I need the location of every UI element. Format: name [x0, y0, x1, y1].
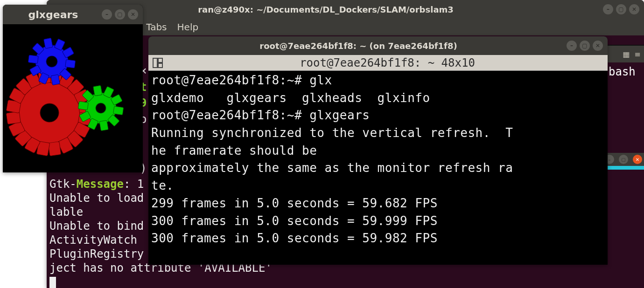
minimize-button[interactable]: –	[603, 4, 613, 14]
maximize-button[interactable]: ▢	[580, 41, 590, 51]
menu-tabs[interactable]: Tabs	[146, 21, 167, 33]
glxgears-title: glxgears	[7, 9, 99, 21]
close-button[interactable]: ✕	[593, 41, 603, 51]
menu-help[interactable]: Help	[177, 21, 199, 33]
maximize-button[interactable]: ▢	[115, 9, 125, 20]
close-button[interactable]: ✕	[629, 4, 639, 14]
minimize-button[interactable]: –	[102, 9, 112, 20]
glxgears-window: glxgears – ▢ ✕	[3, 5, 143, 172]
panel-maximize-button[interactable]: ▢	[619, 155, 628, 164]
right-side-panel: ▦ ≡ bash – ▢ ✕	[607, 45, 644, 166]
svg-rect-2	[158, 63, 162, 68]
list-icon[interactable]: ≡	[633, 49, 642, 59]
foreground-terminal-body[interactable]: root@7eae264bf1f8:~# glx glxdemo glxgear…	[148, 71, 608, 248]
foreground-window-titlebar[interactable]: root@7eae264bf1f8: ~ (on 7eae264bf1f8) –…	[148, 36, 608, 55]
svg-rect-0	[153, 58, 157, 68]
svg-rect-1	[158, 58, 162, 62]
split-pane-icon[interactable]	[151, 56, 164, 69]
foreground-terminal-window: root@7eae264bf1f8: ~ (on 7eae264bf1f8) –…	[148, 36, 608, 265]
maximize-button[interactable]: ▢	[616, 4, 626, 14]
close-button[interactable]: ✕	[128, 9, 138, 20]
grid-icon[interactable]: ▦	[622, 49, 631, 59]
terminal-tab-bar[interactable]: root@7eae264bf1f8: ~ 48x10	[148, 55, 608, 71]
minimize-button[interactable]: –	[567, 41, 577, 51]
terminal-tab-title: root@7eae264bf1f8: ~ 48x10	[167, 56, 608, 69]
right-panel-tab-label[interactable]: bash	[607, 62, 644, 81]
right-panel-active-strip	[607, 166, 644, 170]
panel-close-button[interactable]: ✕	[633, 155, 642, 164]
foreground-window-title: root@7eae264bf1f8: ~ (on 7eae264bf1f8)	[153, 41, 564, 51]
terminal-cursor	[49, 277, 56, 288]
glxgears-titlebar[interactable]: glxgears – ▢ ✕	[3, 5, 143, 24]
right-panel-titlebar[interactable]: ▦ ≡	[607, 46, 644, 62]
glxgears-canvas	[3, 24, 143, 172]
